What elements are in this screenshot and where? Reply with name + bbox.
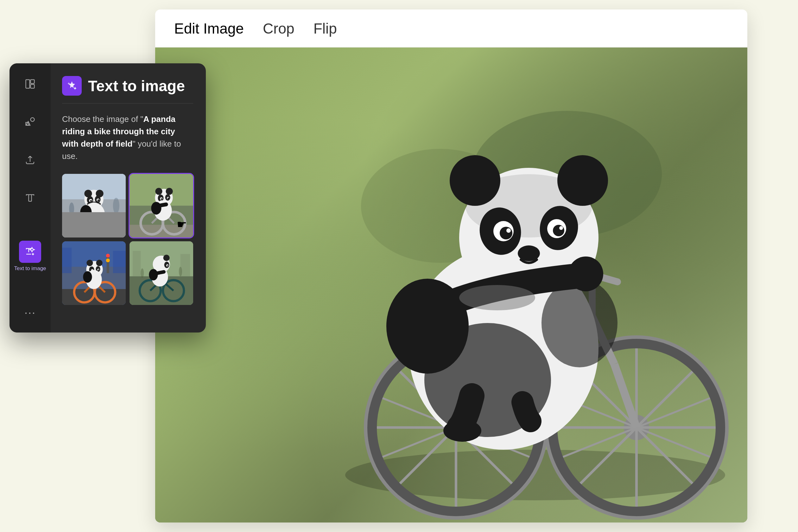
svg-point-89	[155, 188, 162, 195]
text-to-image-icon-btn[interactable]	[19, 241, 41, 263]
panda-thumb-2	[130, 174, 193, 238]
svg-point-136	[164, 254, 170, 261]
svg-point-74	[80, 223, 94, 236]
svg-point-141	[149, 269, 158, 280]
image-editor-panel: Edit Image Crop Flip	[155, 10, 747, 522]
panel-content: Text to image Choose the image of "A pan…	[51, 63, 206, 332]
tab-edit-image[interactable]: Edit Image	[174, 17, 244, 40]
svg-point-122	[83, 271, 92, 283]
svg-point-51	[459, 285, 535, 310]
svg-point-60	[69, 202, 74, 215]
panda-thumb-4	[130, 241, 193, 305]
svg-point-42	[500, 227, 512, 240]
svg-point-70	[97, 199, 99, 201]
grid-item-4[interactable]	[130, 241, 193, 305]
panda-thumb-1	[62, 174, 126, 238]
more-options-btn[interactable]: ...	[24, 303, 36, 323]
svg-rect-125	[133, 251, 140, 276]
svg-point-114	[96, 260, 102, 266]
svg-point-55	[31, 118, 35, 121]
svg-line-77	[96, 222, 102, 230]
svg-point-106	[106, 259, 110, 262]
svg-point-36	[450, 155, 500, 206]
svg-point-43	[553, 225, 564, 236]
svg-point-69	[90, 200, 92, 202]
svg-line-76	[88, 222, 95, 230]
svg-rect-52	[26, 80, 30, 88]
svg-rect-53	[31, 80, 35, 83]
svg-rect-54	[31, 84, 35, 88]
svg-line-99	[159, 204, 166, 206]
svg-point-128	[179, 267, 182, 276]
panda-bike-svg	[155, 48, 747, 522]
svg-rect-102	[62, 248, 72, 273]
shapes-icon-btn[interactable]	[19, 111, 41, 133]
svg-point-127	[140, 268, 144, 278]
svg-line-78	[94, 215, 96, 222]
panel-description: Choose the image of "A panda riding a bi…	[62, 113, 193, 163]
svg-point-75	[95, 223, 109, 236]
svg-point-45	[559, 226, 563, 230]
panel-title: Text to image	[88, 77, 185, 95]
grid-item-3[interactable]	[62, 241, 126, 305]
sidebar-panel: Text to image ... Text to image Choose t…	[10, 63, 206, 332]
svg-point-61	[113, 197, 119, 213]
svg-point-105	[106, 254, 110, 258]
svg-point-90	[166, 188, 173, 195]
svg-point-113	[87, 260, 93, 266]
svg-point-50	[443, 420, 481, 442]
svg-point-73	[80, 205, 92, 219]
tab-crop[interactable]: Crop	[263, 17, 294, 40]
text-icon-btn[interactable]	[19, 187, 41, 209]
upload-icon-btn[interactable]	[19, 149, 41, 171]
layout-icon-btn[interactable]	[19, 73, 41, 95]
svg-point-95	[161, 198, 163, 200]
editor-toolbar: Edit Image Crop Flip	[155, 10, 747, 48]
editor-image-area	[155, 48, 747, 522]
svg-point-44	[506, 228, 511, 233]
ai-icon-badge	[62, 76, 82, 96]
grid-item-2[interactable]: ☛	[130, 174, 193, 238]
svg-point-139	[167, 265, 169, 266]
grid-item-1[interactable]	[62, 174, 126, 238]
svg-point-120	[98, 269, 99, 270]
icon-rail: Text to image ...	[10, 63, 51, 332]
text-to-image-rail-item[interactable]: Text to image	[14, 241, 46, 272]
svg-line-142	[157, 272, 164, 273]
svg-rect-103	[113, 251, 126, 273]
text-to-image-label: Text to image	[14, 265, 46, 272]
panda-thumb-3	[62, 241, 126, 305]
svg-point-37	[557, 155, 608, 206]
svg-point-96	[168, 197, 169, 199]
panel-header: Text to image	[62, 76, 193, 103]
svg-point-49	[568, 256, 603, 291]
tab-flip[interactable]: Flip	[314, 17, 337, 40]
svg-rect-59	[62, 218, 126, 238]
main-panda-display	[155, 48, 747, 522]
svg-point-48	[542, 279, 618, 367]
image-grid: ☛	[62, 174, 193, 305]
